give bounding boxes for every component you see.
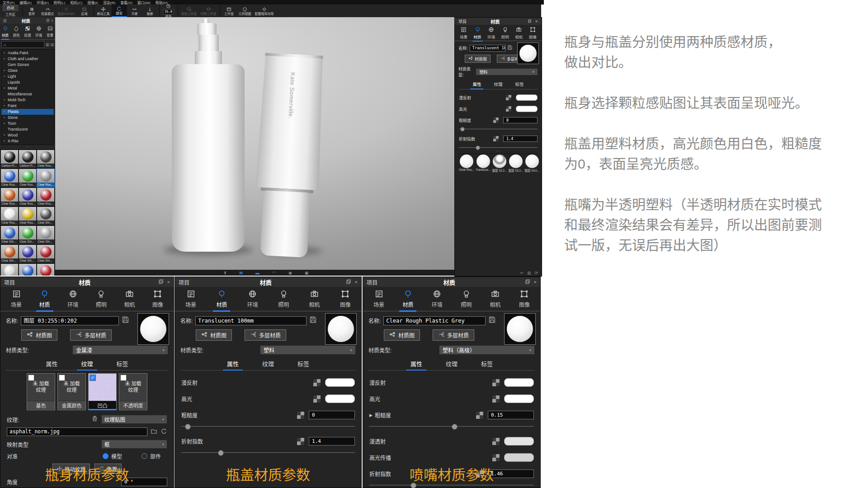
tab-environment[interactable]: 环境 [64, 289, 81, 311]
material-thumbnail[interactable]: Clear Rou... [37, 150, 54, 168]
toolbar-config-wizard-button[interactable]: 配置程序向导 [253, 5, 276, 17]
tab-environment[interactable]: 环境 [429, 289, 446, 311]
tab-lighting[interactable]: 照明 [275, 289, 292, 311]
up-arrow-tool-icon[interactable]: ⬆ [223, 271, 227, 275]
tree-expander-icon[interactable]: ✦ [3, 56, 5, 62]
value-input[interactable]: 1.4 [309, 437, 355, 446]
multilayer-button[interactable]: 多层材质 [433, 329, 474, 341]
tab-lighting[interactable]: 照明 [458, 289, 475, 311]
subtab-0[interactable]: 属性 [223, 359, 243, 371]
viewport-canvas[interactable]: Kate Somerville. ⬆M▬◠◉▣ [55, 17, 454, 276]
float-icon[interactable] [528, 19, 532, 24]
expand-all-icon[interactable]: ⊞ [46, 42, 49, 47]
category-paint[interactable]: ✦Paint [1, 103, 54, 109]
slider-knob[interactable] [185, 424, 191, 430]
category-wood[interactable]: ✦Wood [1, 132, 54, 138]
tree-expander-icon[interactable]: ✦ [3, 115, 5, 121]
value-input[interactable]: 0 [503, 117, 538, 123]
align-radio-1[interactable]: 部件 [142, 452, 161, 460]
tab-scene[interactable]: 场景 [370, 289, 387, 311]
tree-expander-icon[interactable]: ✦ [3, 85, 5, 91]
texture-checker-button[interactable] [313, 379, 321, 387]
toolbar-dolly-button[interactable]: 推移 [142, 5, 158, 17]
toolbar-tumble-button[interactable]: 翻滚 [112, 5, 127, 17]
color-swatch[interactable] [325, 378, 355, 387]
tree-expander-icon[interactable]: ✦ [3, 121, 5, 127]
subtab-1[interactable]: 纹理 [77, 359, 97, 371]
material-type-dropdown[interactable]: 金属漆▾ [72, 345, 168, 355]
material-thumbnail[interactable] [19, 264, 36, 276]
toolbar-performance-mode-button[interactable]: 性能模式 [39, 5, 56, 17]
texture-checker-button[interactable] [505, 106, 512, 112]
texture-checkbox[interactable]: ✓ [90, 375, 96, 381]
tab-environment[interactable]: 环境 [244, 289, 261, 311]
texture-slot-1[interactable]: 未 加载 纹理金属颜色 [57, 373, 86, 410]
float-icon[interactable] [525, 279, 530, 285]
toolbar-region-button[interactable]: 区域 [77, 5, 92, 17]
texture-checker-button[interactable] [492, 379, 500, 387]
material-thumbnail[interactable]: Clear Rou... [37, 188, 54, 206]
category-miscellaneous[interactable]: Miscellaneous [1, 91, 54, 97]
texture-checkbox[interactable] [59, 375, 65, 381]
material-thumbnail[interactable]: Clear Shi... [1, 226, 18, 244]
move-texture-button[interactable]: 移动纹理 [52, 464, 90, 474]
material-thumbnail[interactable]: Carbon Fi... [1, 150, 18, 168]
panel-splitter[interactable]: ··· [0, 145, 55, 149]
slider-knob[interactable] [476, 145, 480, 150]
library-tab-background[interactable]: 背景 [46, 25, 54, 39]
tab-camera[interactable]: 相机 [514, 26, 524, 41]
category-cloth-and-leather[interactable]: ✦Cloth and Leather [1, 56, 54, 62]
material-graph-button[interactable]: 材质图 [196, 329, 232, 341]
toolbar-add-studio-button[interactable]: 添加工作室 [179, 5, 199, 17]
param-slider-2[interactable] [369, 423, 534, 429]
color-swatch[interactable] [504, 378, 534, 387]
param-slider-5[interactable] [369, 482, 534, 488]
close-icon[interactable]: × [51, 19, 53, 23]
material-thumbnail[interactable]: Clear Rou... [37, 169, 54, 187]
texture-checker-button[interactable] [313, 395, 321, 403]
material-thumbnail[interactable]: Clear Rou... [19, 169, 36, 187]
multilayer-button[interactable]: 多层材质 [70, 329, 112, 341]
value-input[interactable]: 0.15 [488, 411, 534, 419]
category-stone[interactable]: ✦Stone [1, 115, 54, 121]
material-thumbnail[interactable]: Clear Rou... [1, 207, 18, 225]
category-gem-stones[interactable]: Gem Stones [1, 62, 54, 68]
material-thumbnail[interactable]: Clear Shi... [1, 245, 18, 263]
material-thumbnail[interactable] [1, 264, 18, 276]
tab-image[interactable]: 图像 [528, 26, 538, 41]
panel-splitter[interactable]: ··· [458, 149, 538, 153]
library-tab-texture[interactable]: 纹理 [24, 25, 32, 39]
param-slider-3[interactable] [181, 450, 355, 455]
collapse-all-icon[interactable]: ⊟ [50, 42, 54, 47]
library-tab-material[interactable]: 材质 [1, 25, 9, 40]
texture-checker-button[interactable] [476, 411, 484, 419]
material-thumbnail[interactable]: Clear Shi... [19, 245, 36, 263]
slider-knob[interactable] [410, 483, 416, 488]
material-thumbnail[interactable]: Clear Shi... [37, 226, 54, 244]
toolbar-move-tool-button[interactable]: 移动工具 [95, 5, 112, 17]
tab-camera[interactable]: 相机 [121, 289, 138, 311]
category-toon[interactable]: ✦Toon [1, 121, 54, 127]
tab-lighting[interactable]: 照明 [93, 289, 110, 311]
texture-map-dropdown[interactable]: 纹理贴图▾ [101, 415, 167, 424]
launch-dropdown[interactable]: 启动 [3, 5, 18, 11]
grid-icon[interactable]: ▥ [527, 271, 531, 275]
category-liquids[interactable]: Liquids [1, 80, 54, 85]
menu-item-7[interactable]: 查看(V) [120, 0, 132, 5]
float-icon[interactable] [158, 279, 164, 285]
material-thumbnail[interactable]: Clear Shi... [19, 226, 36, 244]
menu-item-0[interactable]: 文件(F) [3, 0, 14, 5]
category-plastic[interactable]: ✦Plastic [1, 109, 54, 115]
toolbar-view-angle-button[interactable]: 35.0视角 [161, 5, 176, 17]
float-icon[interactable] [346, 279, 351, 285]
toolbar-pause-button[interactable]: 暂停 [24, 5, 39, 17]
subtab-0[interactable]: 属性 [406, 359, 426, 371]
mapping-type-dropdown[interactable]: 框▾ [101, 440, 167, 449]
float-icon[interactable] [46, 19, 50, 23]
tab-scene[interactable]: 场景 [8, 289, 25, 311]
tree-expander-icon[interactable]: ✦ [3, 50, 5, 56]
material-name-input[interactable]: Clear Rough Plastic Grey [383, 316, 486, 325]
toolbar-render-nurbs-button[interactable]: 渲染NURBS [56, 5, 77, 17]
texture-checker-button[interactable] [493, 136, 499, 142]
material-thumbnail[interactable]: Carbon Fi... [19, 150, 36, 168]
